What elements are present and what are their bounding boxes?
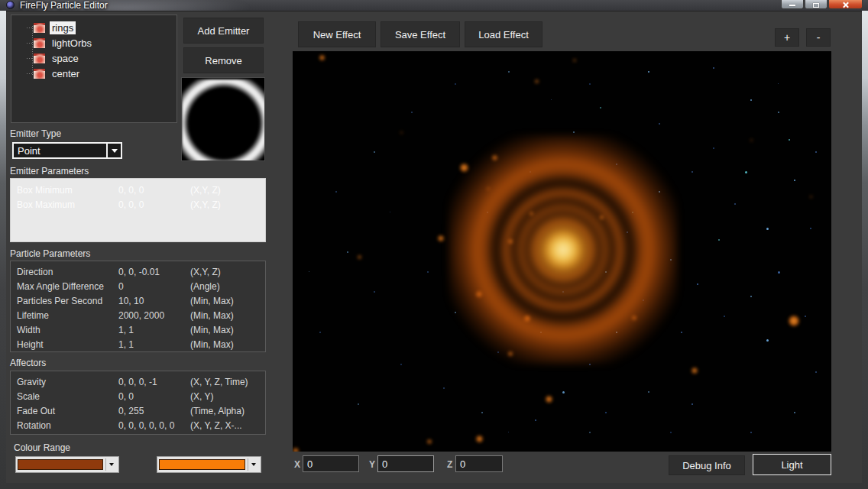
- star: [681, 332, 682, 333]
- star: [750, 296, 752, 297]
- star: [691, 403, 693, 405]
- dropdown-arrow-button[interactable]: [248, 458, 259, 471]
- particle-parameters-panel: Direction 0, 0, -0.01 (X,Y, Z) Max Angle…: [10, 261, 266, 352]
- star: [589, 432, 591, 433]
- load-effect-button[interactable]: Load Effect: [465, 21, 542, 47]
- affector-row[interactable]: Rotation 0, 0, 0, 0, 0, 0 (X, Y, Z, X-..…: [11, 418, 265, 432]
- parameter-row[interactable]: Direction 0, 0, -0.01 (X,Y, Z): [11, 264, 265, 279]
- star: [335, 191, 337, 193]
- star: [600, 107, 601, 108]
- colour-end-dropdown[interactable]: [157, 456, 261, 473]
- colour-start-swatch: [18, 459, 103, 470]
- emitter-list-item[interactable]: rings: [11, 20, 177, 35]
- star: [573, 131, 575, 133]
- star: [319, 332, 321, 333]
- close-button[interactable]: [828, 0, 863, 9]
- glow-orb: [358, 255, 361, 259]
- parameter-row: Box Minimum 0, 0, 0 (X,Y, Z): [11, 183, 265, 197]
- emitter-type-label: Emitter Type: [10, 128, 61, 139]
- emitter-item-label: rings: [50, 21, 76, 34]
- star: [778, 271, 780, 274]
- zoom-out-button[interactable]: -: [806, 28, 831, 47]
- add-emitter-button[interactable]: Add Emitter: [183, 18, 264, 44]
- remove-emitter-button[interactable]: Remove: [183, 47, 264, 73]
- star: [815, 151, 817, 153]
- glow-orb: [810, 196, 812, 198]
- texture-thumbnail-icon: [33, 53, 46, 64]
- affectors-panel: Gravity 0, 0, 0, -1 (X, Y, Z, Time) Scal…: [10, 371, 266, 435]
- star: [778, 112, 779, 113]
- glow-orb: [789, 316, 799, 326]
- emitter-parameters-label: Emitter Parameters: [10, 166, 89, 176]
- star: [805, 316, 806, 317]
- star: [390, 212, 390, 212]
- y-position-input[interactable]: [377, 455, 434, 472]
- glow-orb: [573, 59, 576, 62]
- dropdown-arrow-button[interactable]: [106, 144, 121, 157]
- star: [789, 139, 790, 141]
- window-border-bottom: [6, 483, 862, 489]
- glow-orb: [476, 436, 483, 442]
- colour-start-dropdown[interactable]: [15, 456, 119, 473]
- texture-thumbnail-icon: [33, 37, 46, 49]
- window-border-right: [862, 11, 868, 489]
- star: [535, 419, 536, 421]
- star: [718, 239, 720, 241]
- affector-row[interactable]: Scale 0, 0 (X, Y): [11, 389, 265, 403]
- texture-preview: [181, 77, 265, 161]
- maximize-button[interactable]: [805, 0, 828, 9]
- glow-orb: [438, 235, 444, 241]
- affector-row[interactable]: Fade Out 0, 255 (Time, Alpha): [11, 403, 265, 418]
- chevron-down-icon: [109, 463, 114, 466]
- window-title: FireFly Particle Editor: [20, 0, 108, 11]
- glow-orb: [400, 131, 403, 134]
- emitter-list-item[interactable]: lightOrbs: [11, 35, 177, 50]
- star: [724, 316, 725, 317]
- emitter-list-item[interactable]: center: [11, 66, 177, 81]
- parameter-row[interactable]: Max Angle Difference 0 (Angle): [11, 279, 265, 293]
- title-bar[interactable]: FireFly Particle Editor: [0, 0, 868, 11]
- affectors-label: Affectors: [10, 358, 46, 368]
- affector-row[interactable]: Gravity 0, 0, 0, -1 (X, Y, Z, Time): [11, 374, 265, 389]
- y-axis-label: Y: [369, 459, 375, 470]
- colour-end-swatch: [159, 459, 245, 470]
- star: [815, 371, 817, 373]
- star: [358, 403, 359, 405]
- save-effect-button[interactable]: Save Effect: [381, 21, 460, 47]
- render-viewport[interactable]: [293, 51, 831, 452]
- star: [481, 412, 483, 413]
- dropdown-arrow-button[interactable]: [105, 458, 117, 471]
- parameter-row[interactable]: Height 1, 1 (Min, Max): [11, 337, 265, 351]
- minimize-button[interactable]: [781, 0, 804, 9]
- emitter-type-dropdown[interactable]: Point: [12, 142, 122, 159]
- star: [810, 228, 811, 229]
- emitter-list-item[interactable]: space: [11, 50, 177, 66]
- emitter-item-label: center: [50, 67, 82, 80]
- parameter-row[interactable]: Width 1, 1 (Min, Max): [11, 322, 265, 337]
- close-icon: [842, 2, 849, 8]
- star: [508, 71, 510, 73]
- debug-info-button[interactable]: Debug Info: [669, 455, 745, 475]
- star: [648, 391, 649, 393]
- maximize-icon: [813, 3, 819, 8]
- ring-texture-image: [182, 79, 265, 161]
- star: [648, 71, 649, 73]
- window-border-left: [0, 11, 6, 489]
- glow-orb: [546, 396, 552, 403]
- star: [794, 412, 795, 413]
- zoom-in-button[interactable]: +: [775, 28, 799, 47]
- parameter-row[interactable]: Lifetime 2000, 2000 (Min, Max): [11, 308, 265, 322]
- tree-line: [32, 26, 33, 75]
- emitter-item-label: lightOrbs: [50, 37, 94, 50]
- star: [734, 203, 736, 205]
- new-effect-button[interactable]: New Effect: [298, 21, 376, 47]
- parameter-row[interactable]: Particles Per Second 10, 10 (Min, Max): [11, 293, 265, 308]
- light-button[interactable]: Light: [753, 454, 831, 475]
- z-position-input[interactable]: [455, 455, 503, 472]
- emitter-list[interactable]: rings lightOrbs space center: [11, 15, 177, 123]
- star: [589, 83, 591, 85]
- star: [427, 271, 429, 273]
- star: [443, 387, 445, 389]
- x-position-input[interactable]: [303, 455, 359, 472]
- star: [670, 432, 672, 433]
